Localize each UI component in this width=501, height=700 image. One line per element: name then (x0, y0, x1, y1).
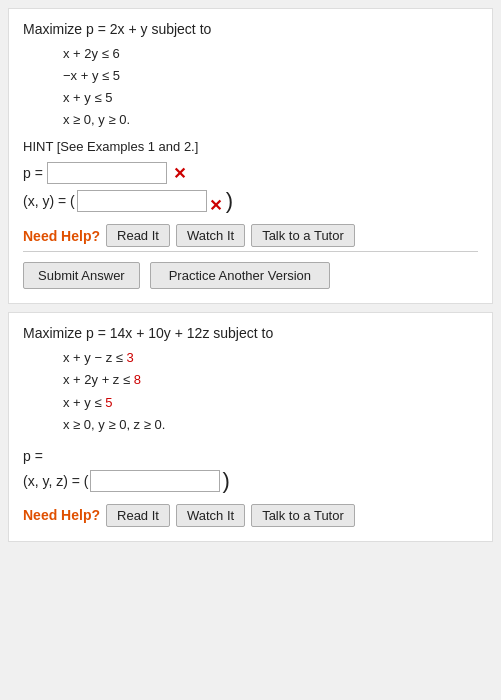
submit-answer-button-1[interactable]: Submit Answer (23, 262, 140, 289)
p-label: p = (23, 165, 43, 181)
problem-2-constraints: x + y − z ≤ 3 x + 2y + z ≤ 8 x + y ≤ 5 x… (63, 347, 478, 435)
xy-label: (x, y) = ( (23, 193, 75, 209)
constraint-4: x ≥ 0, y ≥ 0. (63, 109, 478, 131)
watch-it-button-2[interactable]: Watch It (176, 504, 245, 527)
constraint-p2-2: x + 2y + z ≤ 8 (63, 369, 478, 391)
xyz-label: (x, y, z) = ( (23, 473, 88, 489)
talk-to-tutor-button-1[interactable]: Talk to a Tutor (251, 224, 355, 247)
constraint-2: −x + y ≤ 5 (63, 65, 478, 87)
p-error-icon: ✕ (173, 164, 186, 183)
constraint-p2-3-text: x + y ≤ (63, 395, 105, 410)
constraint-p2-2-num: 8 (134, 372, 141, 387)
need-help-label-1: Need Help? (23, 228, 100, 244)
constraint-p2-2-text: x + 2y + z ≤ (63, 372, 134, 387)
xy-input[interactable] (77, 190, 207, 212)
constraint-p2-3: x + y ≤ 5 (63, 392, 478, 414)
p2-label: p = (23, 448, 43, 464)
constraint-3: x + y ≤ 5 (63, 87, 478, 109)
problem-2-title: Maximize p = 14x + 10y + 12z subject to (23, 325, 478, 341)
xy-error-icon: ✕ (209, 196, 222, 215)
constraint-p2-4: x ≥ 0, y ≥ 0, z ≥ 0. (63, 414, 478, 436)
watch-it-button-1[interactable]: Watch It (176, 224, 245, 247)
problem-1-constraints: x + 2y ≤ 6 −x + y ≤ 5 x + y ≤ 5 x ≥ 0, y… (63, 43, 478, 131)
xy-answer-row: (x, y) = ( ✕ ) (23, 190, 478, 212)
need-help-row-1: Need Help? Read It Watch It Talk to a Tu… (23, 224, 478, 247)
xyz-answer-row: (x, y, z) = ( ) (23, 470, 478, 492)
problem-2-section: Maximize p = 14x + 10y + 12z subject to … (8, 312, 493, 541)
constraint-p2-1-num: 3 (127, 350, 134, 365)
problem-1-title: Maximize p = 2x + y subject to (23, 21, 478, 37)
need-help-label-2: Need Help? (23, 507, 100, 523)
constraint-1: x + 2y ≤ 6 (63, 43, 478, 65)
need-help-row-2: Need Help? Read It Watch It Talk to a Tu… (23, 504, 478, 527)
p-input[interactable] (47, 162, 167, 184)
constraint-p2-1-text: x + y − z ≤ (63, 350, 127, 365)
talk-to-tutor-button-2[interactable]: Talk to a Tutor (251, 504, 355, 527)
xy-close-paren: ) (226, 190, 233, 212)
constraint-p2-1: x + y − z ≤ 3 (63, 347, 478, 369)
read-it-button-1[interactable]: Read It (106, 224, 170, 247)
divider-1 (23, 251, 478, 252)
p-answer-row: p = ✕ (23, 162, 478, 184)
xyz-close-paren: ) (222, 470, 229, 492)
problem-1-section: Maximize p = 2x + y subject to x + 2y ≤ … (8, 8, 493, 304)
hint-text: HINT [See Examples 1 and 2.] (23, 139, 478, 154)
read-it-button-2[interactable]: Read It (106, 504, 170, 527)
constraint-p2-3-num: 5 (105, 395, 112, 410)
practice-another-button-1[interactable]: Practice Another Version (150, 262, 330, 289)
p2-answer-row: p = (23, 448, 478, 464)
xyz-input[interactable] (90, 470, 220, 492)
action-row-1: Submit Answer Practice Another Version (23, 262, 478, 289)
